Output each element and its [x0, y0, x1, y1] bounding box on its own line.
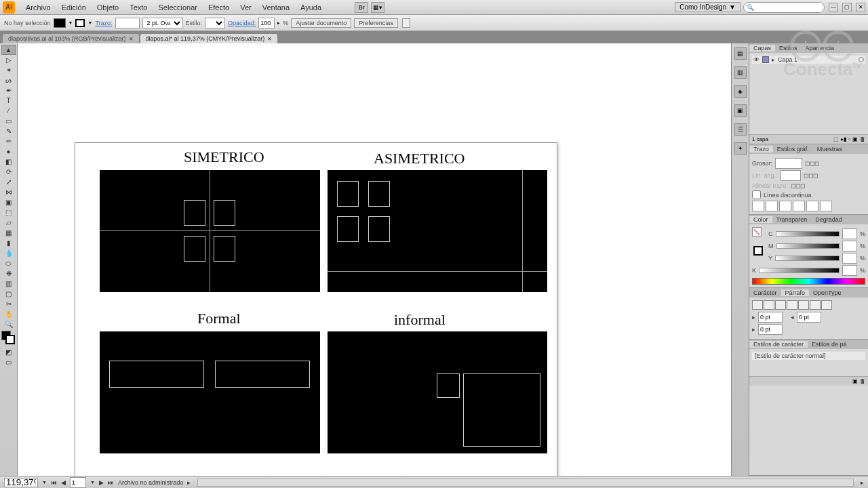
perspective-tool[interactable]: ▱	[1, 218, 16, 228]
blend-tool[interactable]: ⬭	[1, 258, 16, 268]
indent-right-input[interactable]	[797, 312, 821, 323]
tab-parastyle[interactable]: Estilos de pá	[808, 341, 851, 348]
new-layer-icon[interactable]: ▣	[852, 136, 858, 142]
justify-all-icon[interactable]	[821, 300, 832, 310]
control-menu-icon[interactable]	[402, 18, 410, 28]
artboard-tool[interactable]: ▢	[1, 289, 16, 299]
zoom-tool[interactable]: 🔍	[1, 319, 16, 329]
tab-charstyle[interactable]: Estilos de carácter	[749, 341, 808, 348]
fill-stroke-swatch[interactable]	[1, 331, 16, 346]
menu-ver[interactable]: Ver	[235, 3, 257, 12]
cap-icons[interactable]: ◻◻◻	[805, 160, 819, 167]
first-indent-input[interactable]	[758, 324, 783, 335]
magic-wand-tool[interactable]: ✶	[1, 65, 16, 75]
tab-graficos[interactable]: Estilos gráf.	[773, 146, 813, 152]
trash-icon[interactable]: 🗑	[860, 136, 865, 142]
mesh-tool[interactable]: ▦	[1, 228, 16, 238]
close-icon[interactable]: ✕	[129, 36, 134, 42]
charstyle-item[interactable]: [Estilo de carácter normal]	[752, 352, 865, 360]
opacity-input[interactable]	[258, 18, 275, 28]
align-icons[interactable]: ◻◻◻	[791, 182, 805, 189]
align-right-icon[interactable]	[775, 300, 786, 310]
next-artboard-icon[interactable]: ▶	[99, 479, 104, 486]
color-mode-icon[interactable]: ◩	[1, 347, 16, 357]
menu-seleccionar[interactable]: Seleccionar	[153, 3, 202, 12]
stroke-profile-select[interactable]: 2 pt. Ovalado	[142, 18, 183, 28]
line-tool[interactable]: ∕	[1, 106, 16, 116]
dash-field[interactable]	[820, 201, 832, 211]
eyedropper-tool[interactable]: 💧	[1, 248, 16, 258]
y-input[interactable]	[842, 253, 857, 264]
trash-icon[interactable]: 🗑	[860, 378, 865, 384]
artboard-num-input[interactable]	[70, 477, 86, 488]
direct-selection-tool[interactable]: ▷	[1, 55, 16, 65]
horizontal-scrollbar[interactable]	[197, 479, 854, 487]
stroke-weight-field[interactable]	[775, 158, 802, 169]
bridge-icon[interactable]: Br	[355, 2, 368, 13]
strip-icon-3[interactable]: ◈	[734, 85, 747, 98]
menu-archivo[interactable]: Archivo	[20, 3, 56, 12]
style-select[interactable]	[205, 18, 225, 28]
indent-left-input[interactable]	[758, 312, 783, 323]
doc-tab-1[interactable]: diapositivas.ai al 103% (RGB/Previsualiz…	[3, 34, 139, 43]
k-input[interactable]	[842, 265, 857, 276]
layer-row[interactable]: 👁 ▸ Capa 1	[752, 56, 865, 64]
rotate-tool[interactable]: ⟳	[1, 167, 16, 177]
miter-field[interactable]	[781, 170, 801, 181]
eye-icon[interactable]: 👁	[753, 56, 760, 63]
tab-caracter[interactable]: Carácter	[749, 289, 781, 296]
tab-apariencia[interactable]: Apariencia	[802, 45, 839, 52]
shape-builder-tool[interactable]: ⬚	[1, 207, 16, 218]
menu-edicion[interactable]: Edición	[56, 3, 92, 12]
last-artboard-icon[interactable]: ⏭	[108, 479, 114, 486]
slice-tool[interactable]: ✂	[1, 299, 16, 309]
dash-field[interactable]	[806, 201, 818, 211]
close-button[interactable]: ✕	[856, 3, 865, 12]
tab-parrafo[interactable]: Párrafo	[781, 289, 810, 296]
strip-icon-2[interactable]: ▥	[734, 66, 747, 79]
new-sublayer-icon[interactable]: ▫	[848, 136, 850, 142]
tab-muestras[interactable]: Muestras	[813, 146, 846, 152]
scroll-right-icon[interactable]: ▸	[861, 479, 864, 486]
paintbrush-tool[interactable]: ✎	[1, 126, 16, 136]
blob-brush-tool[interactable]: ●	[1, 146, 16, 157]
opacity-arrow[interactable]: ▸	[277, 20, 280, 26]
zoom-input[interactable]	[4, 478, 38, 487]
justify-center-icon[interactable]	[798, 300, 809, 310]
align-left-icon[interactable]	[752, 300, 763, 310]
stroke-preview[interactable]	[753, 246, 763, 256]
tab-color[interactable]: Color	[749, 216, 772, 223]
tab-degradado[interactable]: Degradad	[811, 216, 846, 223]
eraser-tool[interactable]: ◧	[1, 157, 16, 167]
screen-mode-icon[interactable]: ▭	[1, 357, 16, 367]
dash-field[interactable]	[779, 201, 791, 211]
justify-left-icon[interactable]	[787, 300, 797, 310]
graph-tool[interactable]: ▥	[1, 279, 16, 289]
maximize-button[interactable]: ▢	[842, 3, 852, 12]
close-icon[interactable]: ✕	[267, 36, 272, 42]
rectangle-tool[interactable]: ▭	[1, 116, 16, 126]
new-style-icon[interactable]: ▣	[852, 378, 858, 384]
menu-ventana[interactable]: Ventana	[257, 3, 295, 12]
stroke-swatch[interactable]	[5, 335, 15, 344]
status-arrow-icon[interactable]: ▸	[187, 479, 191, 486]
m-input[interactable]	[842, 241, 857, 251]
hand-tool[interactable]: ✋	[1, 309, 16, 319]
canvas[interactable]: SIMETRICO ASIMETRICO Formal informal	[28, 54, 731, 476]
spectrum-bar[interactable]	[752, 278, 865, 285]
pen-tool[interactable]: ✒	[1, 85, 16, 96]
y-slider[interactable]	[775, 256, 840, 261]
m-slider[interactable]	[776, 243, 840, 249]
tab-capas[interactable]: Capas	[749, 45, 775, 52]
search-input[interactable]: 🔍	[743, 2, 825, 13]
prev-artboard-icon[interactable]: ◀	[61, 479, 66, 486]
dash-field[interactable]	[766, 201, 778, 211]
menu-efecto[interactable]: Efecto	[203, 3, 235, 12]
minimize-button[interactable]: —	[829, 3, 838, 12]
justify-right-icon[interactable]	[810, 300, 821, 310]
stroke-label[interactable]: Trazo:	[95, 20, 112, 26]
tab-opentype[interactable]: OpenType	[809, 289, 846, 296]
chevron-down-icon[interactable]: ▼	[42, 480, 47, 485]
strip-icon-4[interactable]: ▣	[734, 104, 747, 117]
menu-objeto[interactable]: Objeto	[92, 3, 124, 12]
